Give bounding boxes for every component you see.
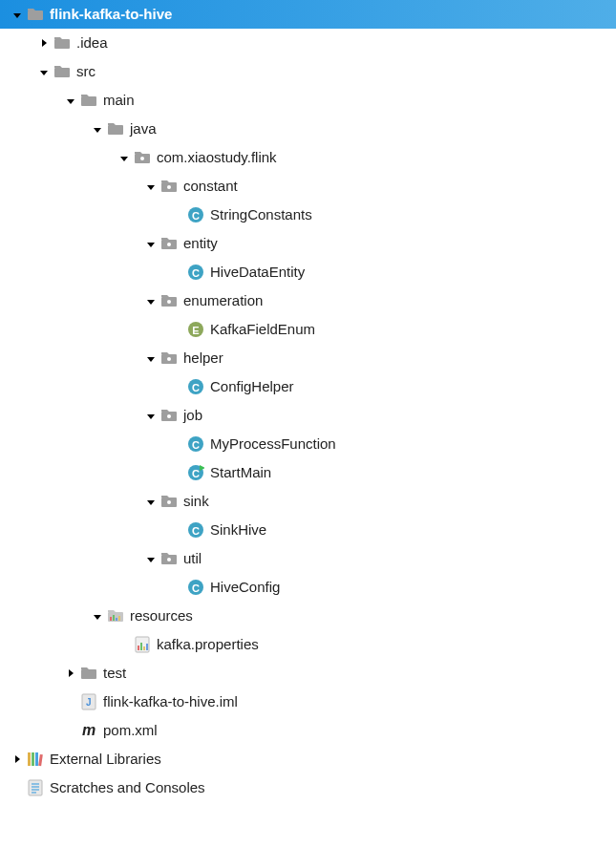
tree-item-sink[interactable]: sink [0, 487, 616, 516]
tree-item-kafka-properties[interactable]: kafka.properties [0, 630, 616, 659]
scratches-icon [27, 779, 44, 796]
chevron-down-icon[interactable] [143, 236, 159, 251]
tree-item-helper[interactable]: helper [0, 344, 616, 372]
libraries-icon [27, 751, 44, 768]
tree-item-job[interactable]: job [0, 401, 616, 430]
class-icon [187, 206, 204, 223]
tree-item-label: ConfigHelper [210, 378, 294, 395]
package-icon [160, 493, 178, 510]
class-icon [187, 435, 204, 453]
enum-icon [187, 321, 204, 338]
iml-file-icon [80, 693, 97, 710]
tree-item-main[interactable]: main [0, 86, 616, 115]
class-icon [187, 378, 204, 395]
package-icon [160, 349, 178, 367]
tree-item-scratches[interactable]: Scratches and Consoles [0, 773, 616, 802]
maven-icon: m [80, 722, 97, 739]
tree-item-constant[interactable]: constant [0, 172, 616, 201]
tree-item-iml[interactable]: flink-kafka-to-hive.iml [0, 688, 616, 716]
tree-item-sink-hive[interactable]: SinkHive [0, 516, 616, 544]
chevron-right-icon[interactable] [10, 752, 25, 767]
chevron-down-icon[interactable] [117, 150, 132, 165]
properties-file-icon [134, 636, 151, 653]
folder-icon [27, 6, 44, 23]
tree-item-config-helper[interactable]: ConfigHelper [0, 372, 616, 401]
tree-item-label: kafka.properties [157, 636, 259, 653]
tree-item-label: External Libraries [50, 751, 161, 768]
tree-item-label: SinkHive [210, 521, 266, 539]
tree-item-java[interactable]: java [0, 115, 616, 143]
tree-item-label: KafkaFieldEnum [210, 321, 315, 338]
tree-item-label: pom.xml [103, 722, 158, 739]
tree-item-label: StringConstants [210, 206, 312, 223]
class-icon [187, 579, 204, 596]
tree-item-label: job [183, 407, 202, 424]
tree-item-label: sink [183, 493, 209, 510]
tree-item-label: helper [183, 349, 223, 367]
package-icon [160, 235, 178, 252]
tree-item-label: .idea [76, 34, 108, 52]
chevron-down-icon[interactable] [143, 408, 159, 423]
tree-item-idea[interactable]: .idea [0, 29, 616, 57]
package-icon [160, 178, 178, 195]
tree-item-label: Scratches and Consoles [50, 779, 205, 796]
chevron-down-icon[interactable] [143, 551, 159, 566]
chevron-right-icon[interactable] [36, 35, 52, 51]
tree-item-util[interactable]: util [0, 544, 616, 573]
chevron-down-icon[interactable] [143, 179, 159, 194]
tree-item-root[interactable]: flink-kafka-to-hive [0, 0, 616, 29]
tree-item-hive-data-entity[interactable]: HiveDataEntity [0, 258, 616, 286]
resources-folder-icon [107, 607, 124, 625]
tree-item-hive-config[interactable]: HiveConfig [0, 573, 616, 602]
project-tree: flink-kafka-to-hive .idea src main java … [0, 0, 616, 802]
package-icon [134, 149, 151, 166]
chevron-down-icon[interactable] [90, 121, 105, 137]
tree-item-label: flink-kafka-to-hive [50, 6, 172, 23]
tree-item-label: constant [183, 178, 238, 195]
tree-item-src[interactable]: src [0, 57, 616, 86]
tree-item-kafka-field-enum[interactable]: KafkaFieldEnum [0, 315, 616, 344]
tree-item-entity[interactable]: entity [0, 229, 616, 258]
chevron-down-icon[interactable] [143, 494, 159, 509]
tree-item-label: main [103, 92, 135, 109]
runnable-class-icon [187, 464, 204, 481]
chevron-down-icon[interactable] [36, 64, 52, 79]
chevron-down-icon[interactable] [63, 93, 78, 108]
folder-icon [53, 63, 71, 80]
tree-item-label: com.xiaostudy.flink [157, 149, 277, 166]
tree-item-label: StartMain [210, 464, 271, 481]
tree-item-enumeration[interactable]: enumeration [0, 286, 616, 315]
tree-item-package[interactable]: com.xiaostudy.flink [0, 143, 616, 172]
folder-icon [80, 92, 97, 109]
tree-item-string-constants[interactable]: StringConstants [0, 201, 616, 229]
tree-item-start-main[interactable]: StartMain [0, 458, 616, 487]
chevron-down-icon[interactable] [90, 608, 105, 624]
folder-icon [53, 34, 71, 52]
tree-item-label: src [76, 63, 96, 80]
class-icon [187, 521, 204, 539]
chevron-down-icon[interactable] [10, 7, 25, 22]
tree-item-pom[interactable]: m pom.xml [0, 716, 616, 745]
tree-item-label: enumeration [183, 292, 263, 309]
tree-item-label: util [183, 550, 202, 567]
folder-icon [80, 665, 97, 682]
tree-item-label: MyProcessFunction [210, 435, 336, 453]
tree-item-label: resources [130, 607, 193, 625]
tree-item-resources[interactable]: resources [0, 602, 616, 630]
class-icon [187, 264, 204, 281]
tree-item-label: flink-kafka-to-hive.iml [103, 693, 238, 710]
package-icon [160, 292, 178, 309]
tree-item-label: java [130, 120, 157, 138]
package-icon [160, 407, 178, 424]
tree-item-label: test [103, 665, 126, 682]
package-icon [160, 550, 178, 567]
source-folder-icon [107, 120, 124, 138]
tree-item-label: entity [183, 235, 218, 252]
tree-item-test[interactable]: test [0, 659, 616, 688]
chevron-down-icon[interactable] [143, 293, 159, 308]
tree-item-label: HiveDataEntity [210, 264, 305, 281]
tree-item-external-libraries[interactable]: External Libraries [0, 745, 616, 773]
tree-item-my-process-function[interactable]: MyProcessFunction [0, 430, 616, 458]
chevron-down-icon[interactable] [143, 350, 159, 366]
chevron-right-icon[interactable] [63, 666, 78, 681]
